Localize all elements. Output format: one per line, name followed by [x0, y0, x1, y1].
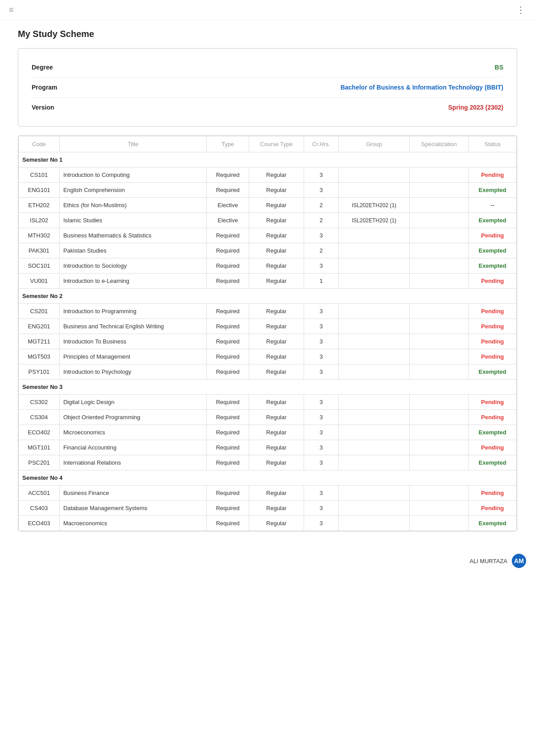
- cell-group: [338, 395, 409, 410]
- cell-title: Business Mathematics & Statistics: [59, 228, 206, 243]
- cell-specialization: [410, 364, 469, 380]
- cell-course-type: Regular: [249, 349, 304, 364]
- cell-code: ISL202: [19, 213, 60, 228]
- cell-course-type: Regular: [249, 440, 304, 455]
- footer-username: ALI MURTAZA: [469, 558, 507, 564]
- cell-group: [338, 516, 409, 531]
- cell-title: Introduction To Business: [59, 334, 206, 349]
- cell-group: [338, 334, 409, 349]
- table-row: ETH202Ethics (for Non-Muslims)ElectiveRe…: [19, 198, 517, 213]
- cell-title: International Relations: [59, 455, 206, 470]
- cell-cr-hrs: 3: [304, 183, 338, 198]
- cell-group: [338, 274, 409, 289]
- cell-code: ENG201: [19, 319, 60, 334]
- table-row: CS403Database Management SystemsRequired…: [19, 501, 517, 516]
- semester-name: Semester No 1: [19, 152, 517, 168]
- cell-course-type: Regular: [249, 486, 304, 501]
- cell-status: Pending: [469, 410, 517, 425]
- cell-group: ISL202ETH202 (1): [338, 198, 409, 213]
- col-header-group: Group: [338, 136, 409, 152]
- cell-code: PSC201: [19, 455, 60, 470]
- semester-header-row: Semester No 3: [19, 380, 517, 395]
- cell-type: Required: [206, 410, 249, 425]
- cell-status: Exempted: [469, 243, 517, 258]
- cell-code: ACC501: [19, 486, 60, 501]
- table-row: MGT101Financial AccountingRequiredRegula…: [19, 440, 517, 455]
- table-row: ISL202Islamic StudiesElectiveRegular2ISL…: [19, 213, 517, 228]
- cell-code: ECO402: [19, 425, 60, 440]
- avatar[interactable]: AM: [512, 554, 526, 568]
- cell-course-type: Regular: [249, 410, 304, 425]
- table-row: VU001Introduction to e-LearningRequiredR…: [19, 274, 517, 289]
- cell-code: ECO403: [19, 516, 60, 531]
- cell-title: Introduction to e-Learning: [59, 274, 206, 289]
- cell-cr-hrs: 3: [304, 258, 338, 274]
- more-options-icon[interactable]: ⋮: [516, 4, 526, 15]
- col-header-course-type: Course Type: [249, 136, 304, 152]
- page-title: My Study Scheme: [0, 20, 535, 44]
- cell-specialization: [410, 395, 469, 410]
- table-row: MGT503Principles of ManagementRequiredRe…: [19, 349, 517, 364]
- cell-group: [338, 486, 409, 501]
- cell-title: Business and Technical English Writing: [59, 319, 206, 334]
- cell-status: Exempted: [469, 516, 517, 531]
- cell-course-type: Regular: [249, 516, 304, 531]
- table-row: CS201Introduction to ProgrammingRequired…: [19, 304, 517, 319]
- cell-code: VU001: [19, 274, 60, 289]
- cell-group: [338, 410, 409, 425]
- cell-course-type: Regular: [249, 198, 304, 213]
- cell-type: Required: [206, 319, 249, 334]
- cell-status: Pending: [469, 304, 517, 319]
- cell-cr-hrs: 3: [304, 319, 338, 334]
- cell-type: Required: [206, 395, 249, 410]
- semester-name: Semester No 4: [19, 470, 517, 486]
- table-row: PAK301Pakistan StudiesRequiredRegular2Ex…: [19, 243, 517, 258]
- cell-specialization: [410, 410, 469, 425]
- cell-course-type: Regular: [249, 364, 304, 380]
- cell-course-type: Regular: [249, 319, 304, 334]
- cell-cr-hrs: 3: [304, 516, 338, 531]
- version-row: Version Spring 2023 (2302): [32, 98, 503, 117]
- cell-status: Exempted: [469, 425, 517, 440]
- cell-status: Pending: [469, 334, 517, 349]
- semester-header-row: Semester No 4: [19, 470, 517, 486]
- cell-status: Exempted: [469, 213, 517, 228]
- cell-title: Introduction to Psychology: [59, 364, 206, 380]
- cell-specialization: [410, 455, 469, 470]
- cell-code: SOC101: [19, 258, 60, 274]
- cell-cr-hrs: 3: [304, 410, 338, 425]
- cell-cr-hrs: 3: [304, 395, 338, 410]
- cell-cr-hrs: 2: [304, 213, 338, 228]
- cell-type: Required: [206, 258, 249, 274]
- cell-code: PAK301: [19, 243, 60, 258]
- cell-group: [338, 440, 409, 455]
- cell-type: Required: [206, 440, 249, 455]
- cell-title: Ethics (for Non-Muslims): [59, 198, 206, 213]
- table-row: MGT211Introduction To BusinessRequiredRe…: [19, 334, 517, 349]
- cell-cr-hrs: 3: [304, 501, 338, 516]
- cell-specialization: [410, 168, 469, 183]
- cell-course-type: Regular: [249, 213, 304, 228]
- degree-label: Degree: [32, 64, 53, 71]
- table-row: ENG201Business and Technical English Wri…: [19, 319, 517, 334]
- col-header-title: Title: [59, 136, 206, 152]
- cell-specialization: [410, 228, 469, 243]
- cell-specialization: [410, 258, 469, 274]
- cell-type: Required: [206, 364, 249, 380]
- cell-specialization: [410, 319, 469, 334]
- cell-cr-hrs: 3: [304, 168, 338, 183]
- cell-status: Pending: [469, 395, 517, 410]
- cell-type: Required: [206, 501, 249, 516]
- cell-course-type: Regular: [249, 183, 304, 198]
- cell-code: PSY101: [19, 364, 60, 380]
- col-header-status: Status: [469, 136, 517, 152]
- table-row: PSC201International RelationsRequiredReg…: [19, 455, 517, 470]
- cell-cr-hrs: 3: [304, 364, 338, 380]
- cell-specialization: [410, 304, 469, 319]
- main-content: Degree BS Program Bachelor of Business &…: [0, 44, 535, 549]
- menu-icon[interactable]: ≡: [9, 5, 14, 15]
- program-label: Program: [32, 84, 58, 91]
- cell-status: Pending: [469, 168, 517, 183]
- cell-group: [338, 425, 409, 440]
- cell-course-type: Regular: [249, 258, 304, 274]
